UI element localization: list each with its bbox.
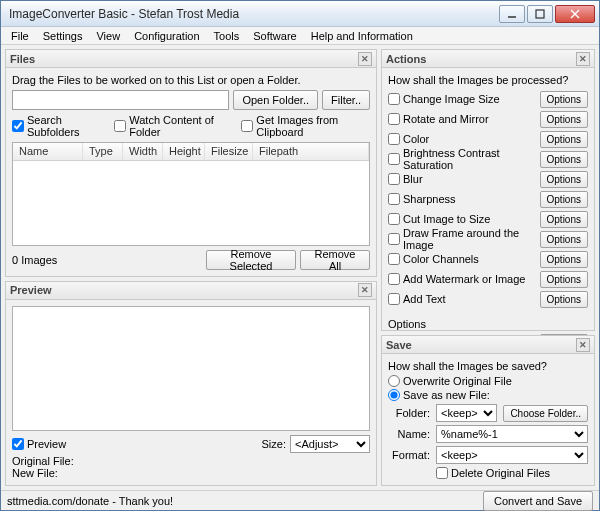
actions-panel-close-icon[interactable]: ✕	[576, 52, 590, 66]
options-heading: Options	[388, 318, 588, 330]
remove-all-button[interactable]: Remove All	[300, 250, 370, 270]
actions-question: How shall the Images be processed?	[388, 74, 588, 86]
action-checkbox-2[interactable]: Color	[388, 133, 540, 145]
action-checkbox-3[interactable]: Brightness Contrast Saturation	[388, 147, 540, 171]
left-column: Files ✕ Drag the Files to be worked on t…	[5, 49, 377, 486]
overwrite-radio[interactable]: Overwrite Original File	[388, 375, 588, 387]
minimize-button[interactable]	[499, 5, 525, 23]
col-name[interactable]: Name	[13, 143, 83, 160]
preview-checkbox[interactable]: Preview	[12, 438, 66, 450]
window-controls	[499, 5, 595, 23]
get-clipboard-checkbox[interactable]: Get Images from Clipboard	[241, 114, 370, 138]
action-checkbox-7[interactable]: Draw Frame around the Image	[388, 227, 540, 251]
action-checkbox-1[interactable]: Rotate and Mirror	[388, 113, 540, 125]
menu-settings[interactable]: Settings	[37, 29, 89, 43]
files-panel-title: Files	[10, 53, 35, 65]
col-type[interactable]: Type	[83, 143, 123, 160]
col-width[interactable]: Width	[123, 143, 163, 160]
actions-panel-title: Actions	[386, 53, 426, 65]
action-options-button-6[interactable]: Options	[540, 211, 588, 228]
files-table-body	[13, 161, 369, 245]
save-question: How shall the Images be saved?	[388, 360, 588, 372]
choose-folder-button[interactable]: Choose Folder..	[503, 405, 588, 422]
save-panel: Save ✕ How shall the Images be saved? Ov…	[381, 335, 595, 486]
action-checkbox-6[interactable]: Cut Image to Size	[388, 213, 540, 225]
folder-label: Folder:	[388, 407, 430, 419]
titlebar: ImageConverter Basic - Stefan Trost Medi…	[1, 1, 599, 27]
menu-file[interactable]: File	[5, 29, 35, 43]
new-file-label: New File:	[12, 467, 370, 479]
menubar: File Settings View Configuration Tools S…	[1, 27, 599, 45]
action-options-button-2[interactable]: Options	[540, 131, 588, 148]
col-filepath[interactable]: Filepath	[253, 143, 369, 160]
statusbar: sttmedia.com/donate - Thank you! Convert…	[1, 490, 599, 510]
action-options-button-8[interactable]: Options	[540, 251, 588, 268]
preview-panel: Preview ✕ Preview Size: <Adjust> Origina…	[5, 281, 377, 486]
right-column: Actions ✕ How shall the Images be proces…	[381, 49, 595, 486]
action-checkbox-5[interactable]: Sharpness	[388, 193, 540, 205]
name-label: Name:	[388, 428, 430, 440]
convert-save-button[interactable]: Convert and Save	[483, 491, 593, 511]
size-select[interactable]: <Adjust>	[290, 435, 370, 453]
menu-configuration[interactable]: Configuration	[128, 29, 205, 43]
save-panel-title: Save	[386, 339, 412, 351]
save-new-radio[interactable]: Save as new File:	[388, 389, 588, 401]
menu-software[interactable]: Software	[247, 29, 302, 43]
col-filesize[interactable]: Filesize	[205, 143, 253, 160]
delete-original-checkbox[interactable]: Delete Original Files	[436, 467, 588, 479]
action-checkbox-9[interactable]: Add Watermark or Image	[388, 273, 540, 285]
close-button[interactable]	[555, 5, 595, 23]
actions-panel: Actions ✕ How shall the Images be proces…	[381, 49, 595, 331]
menu-help[interactable]: Help and Information	[305, 29, 419, 43]
action-checkbox-10[interactable]: Add Text	[388, 293, 540, 305]
action-options-button-1[interactable]: Options	[540, 111, 588, 128]
action-options-button-7[interactable]: Options	[540, 231, 588, 248]
files-panel: Files ✕ Drag the Files to be worked on t…	[5, 49, 377, 277]
action-options-button-4[interactable]: Options	[540, 171, 588, 188]
action-options-button-5[interactable]: Options	[540, 191, 588, 208]
size-label: Size:	[262, 438, 286, 450]
remove-selected-button[interactable]: Remove Selected	[206, 250, 296, 270]
body: Files ✕ Drag the Files to be worked on t…	[1, 45, 599, 490]
menu-tools[interactable]: Tools	[208, 29, 246, 43]
files-panel-header: Files ✕	[6, 50, 376, 68]
filter-button[interactable]: Filter..	[322, 90, 370, 110]
app-window: ImageConverter Basic - Stefan Trost Medi…	[0, 0, 600, 511]
files-table-header: Name Type Width Height Filesize Filepath	[13, 143, 369, 161]
open-folder-button[interactable]: Open Folder..	[233, 90, 318, 110]
svg-rect-1	[536, 10, 544, 18]
format-select[interactable]: <keep>	[436, 446, 588, 464]
action-options-button-9[interactable]: Options	[540, 271, 588, 288]
action-checkbox-8[interactable]: Color Channels	[388, 253, 540, 265]
files-panel-close-icon[interactable]: ✕	[358, 52, 372, 66]
folder-path-input[interactable]	[12, 90, 229, 110]
preview-area	[12, 306, 370, 431]
actions-panel-header: Actions ✕	[382, 50, 594, 68]
image-count: 0 Images	[12, 254, 57, 266]
files-hint: Drag the Files to be worked on to this L…	[12, 74, 370, 86]
action-options-button-10[interactable]: Options	[540, 291, 588, 308]
files-table[interactable]: Name Type Width Height Filesize Filepath	[12, 142, 370, 246]
actions-body: How shall the Images be processed? Chang…	[382, 68, 594, 330]
action-options-button-3[interactable]: Options	[540, 151, 588, 168]
folder-select[interactable]: <keep>	[436, 404, 497, 422]
action-options-button-0[interactable]: Options	[540, 91, 588, 108]
maximize-button[interactable]	[527, 5, 553, 23]
action-checkbox-4[interactable]: Blur	[388, 173, 540, 185]
search-subfolders-checkbox[interactable]: Search Subfolders	[12, 114, 104, 138]
preview-panel-header: Preview ✕	[6, 282, 376, 300]
name-select[interactable]: %name%-1	[436, 425, 588, 443]
preview-panel-title: Preview	[10, 284, 52, 296]
preview-panel-close-icon[interactable]: ✕	[358, 283, 372, 297]
menu-view[interactable]: View	[90, 29, 126, 43]
col-height[interactable]: Height	[163, 143, 205, 160]
format-label: Format:	[388, 449, 430, 461]
action-checkbox-0[interactable]: Change Image Size	[388, 93, 540, 105]
save-panel-close-icon[interactable]: ✕	[576, 338, 590, 352]
watch-content-checkbox[interactable]: Watch Content of Folder	[114, 114, 231, 138]
original-file-label: Original File:	[12, 455, 370, 467]
window-title: ImageConverter Basic - Stefan Trost Medi…	[9, 7, 499, 21]
status-text: sttmedia.com/donate - Thank you!	[7, 495, 483, 507]
save-panel-header: Save ✕	[382, 336, 594, 354]
